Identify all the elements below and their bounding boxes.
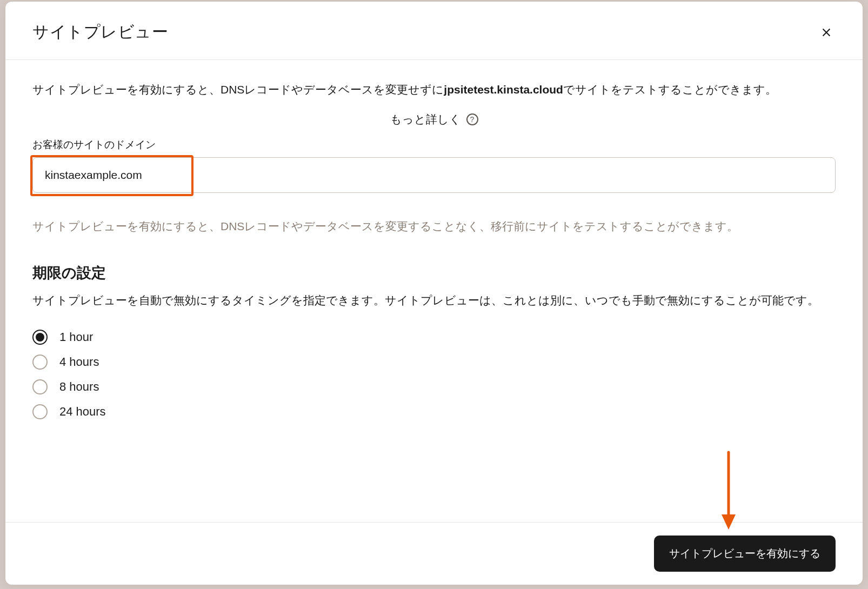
description-prefix: サイトプレビューを有効にすると、DNSレコードやデータベースを変更せずに <box>32 83 444 96</box>
learn-more-row: もっと詳しく ? <box>32 112 836 127</box>
close-button[interactable] <box>817 23 836 42</box>
modal-footer: サイトプレビューを有効にする <box>5 522 863 585</box>
expiry-section-title: 期限の設定 <box>32 263 836 283</box>
domain-field-label: お客様のサイトのドメイン <box>32 138 836 152</box>
annotation-arrow-icon <box>719 450 738 522</box>
modal-header: サイトプレビュー <box>5 2 863 60</box>
radio-label: 8 hours <box>59 380 99 394</box>
radio-option-4-hours[interactable]: 4 hours <box>32 354 836 370</box>
enable-site-preview-button[interactable]: サイトプレビューを有効にする <box>654 536 836 572</box>
domain-hint-text: サイトプレビューを有効にすると、DNSレコードやデータベースを変更することなく、… <box>32 216 836 237</box>
modal-title: サイトプレビュー <box>32 21 168 43</box>
svg-marker-3 <box>722 514 736 522</box>
description-suffix: でサイトをテストすることができます。 <box>563 83 777 96</box>
radio-circle-icon <box>32 354 48 370</box>
radio-option-8-hours[interactable]: 8 hours <box>32 379 836 394</box>
radio-option-1-hour[interactable]: 1 hour <box>32 330 836 345</box>
radio-option-24-hours[interactable]: 24 hours <box>32 404 836 419</box>
help-icon: ? <box>466 113 478 125</box>
preview-domain-bold: jpsitetest.kinsta.cloud <box>444 83 563 96</box>
radio-circle-icon <box>32 404 48 419</box>
close-icon <box>820 26 832 38</box>
radio-label: 24 hours <box>59 405 106 419</box>
domain-input[interactable] <box>32 157 836 193</box>
radio-label: 4 hours <box>59 355 99 369</box>
radio-checked-icon <box>36 333 44 342</box>
radio-label: 1 hour <box>59 330 93 344</box>
preview-description: サイトプレビューを有効にすると、DNSレコードやデータベースを変更せずにjpsi… <box>32 79 836 100</box>
expiry-section-description: サイトプレビューを自動で無効にするタイミングを指定できます。サイトプレビューは、… <box>32 290 836 311</box>
learn-more-text: もっと詳しく <box>390 112 461 127</box>
expiry-radio-group: 1 hour 4 hours 8 hours 24 hours <box>32 330 836 419</box>
site-preview-modal: サイトプレビュー サイトプレビューを有効にすると、DNSレコードやデータベースを… <box>5 2 863 585</box>
modal-body: サイトプレビューを有効にすると、DNSレコードやデータベースを変更せずにjpsi… <box>5 60 863 522</box>
domain-input-wrap <box>32 157 836 193</box>
learn-more-link[interactable]: もっと詳しく ? <box>390 112 478 127</box>
radio-circle-icon <box>32 379 48 394</box>
radio-circle-icon <box>32 330 48 345</box>
